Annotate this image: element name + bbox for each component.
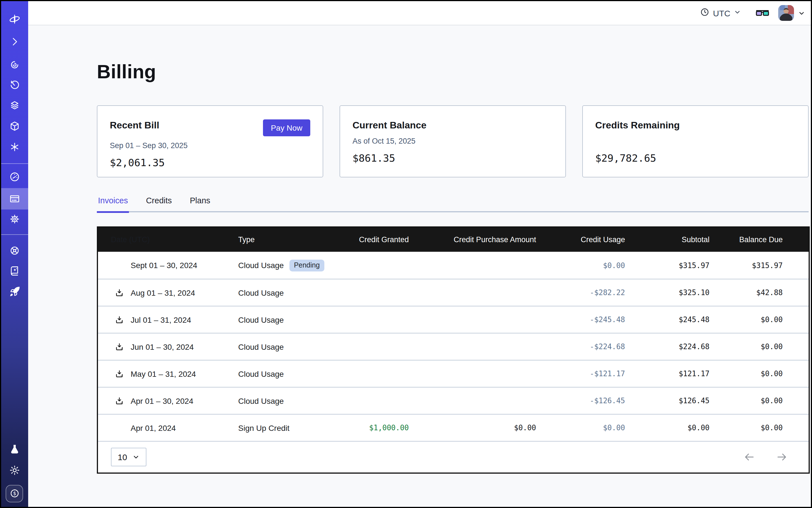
spiral-icon bbox=[9, 59, 20, 71]
download-invoice-icon[interactable] bbox=[115, 369, 124, 378]
glasses-icon[interactable] bbox=[756, 8, 769, 18]
tab-credits[interactable]: Credits bbox=[145, 195, 173, 212]
table-row: Apr 01, 2024Sign Up Credit$1,000.00$0.00… bbox=[98, 414, 809, 441]
topbar: UTC bbox=[28, 1, 811, 25]
settings-gear-icon bbox=[9, 213, 20, 225]
sidebar-item-rocket[interactable] bbox=[1, 281, 28, 302]
sidebar-item-gauge[interactable] bbox=[1, 166, 28, 187]
card-amount: $861.35 bbox=[352, 153, 553, 164]
credit-usage-value: -$224.68 bbox=[536, 342, 625, 351]
invoice-type: Cloud Usage bbox=[238, 396, 284, 405]
invoice-type: Cloud Usage bbox=[238, 288, 284, 297]
invoice-type: Cloud Usage bbox=[238, 369, 284, 378]
page-title: Billing bbox=[97, 59, 779, 84]
sidebar-divider bbox=[1, 234, 28, 235]
card-subtitle: Sep 01 – Sep 30, 2025 bbox=[110, 141, 310, 151]
invoice-date: Jun 01 – 30, 2024 bbox=[131, 342, 194, 351]
asterisk-icon bbox=[9, 141, 20, 153]
download-invoice-icon[interactable] bbox=[115, 315, 124, 324]
subtotal-value: $245.48 bbox=[625, 315, 710, 324]
subtotal-value: $224.68 bbox=[625, 342, 710, 351]
next-page-button[interactable] bbox=[776, 451, 788, 463]
download-slot-empty bbox=[115, 423, 124, 432]
avatar[interactable] bbox=[778, 5, 794, 21]
sidebar-item-billing-card[interactable] bbox=[1, 188, 28, 210]
table-row: Sept 01 – 30, 2024Cloud UsagePending$0.0… bbox=[98, 252, 809, 279]
balance-due-value: $0.00 bbox=[710, 370, 809, 378]
credits-dollar-badge-icon: $ bbox=[9, 488, 20, 499]
credit-granted-value: $1,000.00 bbox=[334, 424, 409, 432]
sidebar-item-flask[interactable] bbox=[1, 439, 28, 460]
balance-due-value: $0.00 bbox=[710, 396, 809, 405]
timezone-selector[interactable]: UTC bbox=[700, 7, 741, 19]
card-current-balance: Current BalanceAs of Oct 15, 2025$861.35 bbox=[340, 105, 566, 177]
subtotal-value: $121.17 bbox=[625, 370, 710, 378]
invoice-date: Apr 01 – 30, 2024 bbox=[131, 396, 194, 405]
column-header-subtotal: Subtotal bbox=[625, 236, 710, 244]
invoice-date: Jul 01 – 31, 2024 bbox=[131, 315, 191, 324]
download-invoice-icon[interactable] bbox=[115, 396, 124, 405]
svg-text:$: $ bbox=[13, 491, 16, 496]
balance-due-value: $0.00 bbox=[710, 424, 809, 432]
tab-invoices[interactable]: Invoices bbox=[97, 195, 129, 212]
credit-usage-value: -$121.17 bbox=[536, 370, 625, 378]
sidebar-item-chevron-right[interactable] bbox=[1, 31, 28, 52]
app-frame: $ UTC Billing Recent BillPay NowSep 01 –… bbox=[0, 0, 812, 508]
invoices-table: Date (UTC)TypeCredit GrantedCredit Purch… bbox=[97, 226, 810, 474]
balance-due-value: $315.97 bbox=[710, 261, 809, 269]
balance-due-value: $42.88 bbox=[710, 288, 809, 297]
page-size-value: 10 bbox=[118, 452, 127, 462]
sidebar-item-asterisk[interactable] bbox=[1, 136, 28, 158]
tabs: InvoicesCreditsPlans bbox=[97, 195, 809, 212]
subtotal-value: $0.00 bbox=[625, 424, 710, 432]
sidebar-item-settings-gear[interactable] bbox=[1, 208, 28, 230]
download-invoice-icon[interactable] bbox=[115, 288, 124, 297]
page-size-select[interactable]: 10 bbox=[111, 448, 146, 466]
layers-icon bbox=[9, 100, 20, 111]
logo-icon bbox=[8, 13, 21, 25]
card-amount: $2,061.35 bbox=[110, 157, 310, 168]
column-header-credit-usage: Credit Usage bbox=[536, 236, 625, 244]
docs-book-icon bbox=[9, 265, 20, 277]
table-header: Date (UTC)TypeCredit GrantedCredit Purch… bbox=[98, 227, 809, 252]
sidebar-item-cube[interactable] bbox=[1, 116, 28, 137]
sidebar-item-layers[interactable] bbox=[1, 95, 28, 116]
sidebar-item-credits-dollar-badge[interactable]: $ bbox=[6, 484, 23, 502]
pay-now-button[interactable]: Pay Now bbox=[263, 119, 310, 136]
card-recent-bill: Recent BillPay NowSep 01 – Sep 30, 2025$… bbox=[97, 105, 323, 177]
support-wheel-icon bbox=[9, 245, 20, 256]
credit-usage-value: -$126.45 bbox=[536, 396, 625, 405]
previous-page-button[interactable] bbox=[743, 451, 755, 463]
chevron-down-icon bbox=[132, 453, 139, 461]
table-row: May 01 – 31, 2024Cloud Usage-$121.17$121… bbox=[98, 360, 809, 387]
theme-sun-icon bbox=[9, 465, 20, 476]
table-row: Aug 01 – 31, 2024Cloud Usage-$282.22$325… bbox=[98, 279, 809, 306]
sidebar-item-timer[interactable] bbox=[1, 74, 28, 96]
sidebar-item-docs-book[interactable] bbox=[1, 260, 28, 282]
sidebar-item-theme-sun[interactable] bbox=[1, 460, 28, 481]
card-subtitle: As of Oct 15, 2025 bbox=[352, 136, 553, 146]
sidebar: $ bbox=[1, 1, 28, 507]
download-invoice-icon[interactable] bbox=[115, 342, 124, 351]
invoice-type: Cloud Usage bbox=[238, 261, 284, 270]
sidebar-item-logo[interactable] bbox=[1, 8, 28, 30]
card-subtitle bbox=[595, 136, 796, 146]
status-badge: Pending bbox=[290, 259, 324, 271]
tab-plans[interactable]: Plans bbox=[189, 195, 211, 212]
chevron-down-icon[interactable] bbox=[798, 9, 805, 16]
clock-icon bbox=[700, 7, 710, 19]
invoice-date: Apr 01, 2024 bbox=[131, 423, 176, 432]
chevron-right-icon bbox=[9, 36, 20, 47]
subtotal-value: $126.45 bbox=[625, 396, 710, 405]
sidebar-item-support-wheel[interactable] bbox=[1, 240, 28, 261]
balance-due-value: $0.00 bbox=[710, 342, 809, 351]
invoice-date: Aug 01 – 31, 2024 bbox=[131, 288, 195, 297]
invoice-date: Sept 01 – 30, 2024 bbox=[131, 261, 197, 270]
column-header-type: Type bbox=[238, 236, 334, 244]
sidebar-item-spiral[interactable] bbox=[1, 54, 28, 76]
column-header-balance-due: Balance Due bbox=[710, 236, 809, 244]
invoice-type: Cloud Usage bbox=[238, 315, 284, 324]
download-slot-empty bbox=[115, 261, 124, 270]
credit-usage-value: -$282.22 bbox=[536, 288, 625, 297]
table-row: Apr 01 – 30, 2024Cloud Usage-$126.45$126… bbox=[98, 387, 809, 414]
